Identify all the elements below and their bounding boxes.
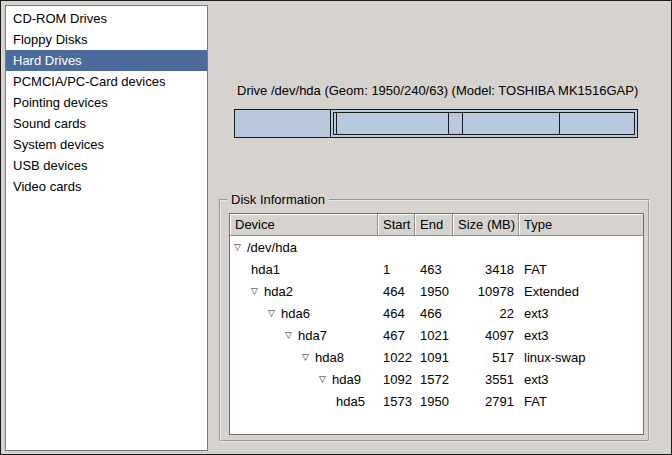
device-name: hda1 (251, 262, 280, 277)
device-category-list: CD-ROM Drives Floppy Disks Hard Drives P… (5, 5, 208, 451)
column-header-start[interactable]: Start (378, 214, 415, 236)
partition-segment-hda5 (560, 113, 634, 134)
type-cell: ext3 (519, 324, 643, 346)
sidebar-item-video-cards[interactable]: Video cards (6, 176, 207, 197)
partition-segment-hda9 (463, 113, 560, 134)
type-cell: Extended (519, 280, 643, 302)
sidebar-item-usb-devices[interactable]: USB devices (6, 155, 207, 176)
partition-bar (234, 109, 638, 138)
expander-open-icon[interactable]: ▽ (234, 236, 247, 258)
device-name: hda9 (332, 372, 361, 387)
table-row-hda8[interactable]: ▽ hda8 1022 1091 517 linux-swap (230, 346, 643, 368)
column-header-size[interactable]: Size (MB) (453, 214, 519, 236)
size-cell: 3418 (453, 258, 519, 280)
type-cell: FAT (519, 390, 643, 412)
device-name: hda8 (315, 350, 344, 365)
disk-information-frame-label: Disk Information (227, 192, 329, 208)
disk-information-frame: Disk Information Device Start End Size (… (219, 199, 650, 442)
end-cell: 1950 (415, 280, 453, 302)
type-cell (519, 236, 643, 258)
device-name: hda5 (336, 394, 365, 409)
device-name: hda6 (281, 306, 310, 321)
column-header-end[interactable]: End (415, 214, 453, 236)
start-cell: 1092 (378, 368, 415, 390)
disk-information-table: Device Start End Size (MB) Type ▽ /dev/h… (229, 213, 644, 435)
sidebar-item-pcmcia-devices[interactable]: PCMCIA/PC-Card devices (6, 71, 207, 92)
hardware-browser-window: CD-ROM Drives Floppy Disks Hard Drives P… (0, 0, 672, 455)
table-row-hda9[interactable]: ▽ hda9 1092 1572 3551 ext3 (230, 368, 643, 390)
table-row-hda5[interactable]: hda5 1573 1950 2791 FAT (230, 390, 643, 412)
size-cell: 3551 (453, 368, 519, 390)
table-row-hda7[interactable]: ▽ hda7 467 1021 4097 ext3 (230, 324, 643, 346)
expander-open-icon[interactable]: ▽ (268, 302, 281, 324)
start-cell: 464 (378, 280, 415, 302)
type-cell: ext3 (519, 302, 643, 324)
partition-segment-hda7 (337, 113, 449, 134)
type-cell: ext3 (519, 368, 643, 390)
size-cell: 2791 (453, 390, 519, 412)
size-cell: 22 (453, 302, 519, 324)
column-header-type[interactable]: Type (519, 214, 643, 236)
size-cell: 517 (453, 346, 519, 368)
type-cell: FAT (519, 258, 643, 280)
start-cell: 1022 (378, 346, 415, 368)
end-cell: 1950 (415, 390, 453, 412)
end-cell: 463 (415, 258, 453, 280)
expander-open-icon[interactable]: ▽ (302, 346, 315, 368)
device-name: hda7 (298, 328, 327, 343)
sidebar-item-floppy-disks[interactable]: Floppy Disks (6, 29, 207, 50)
sidebar-item-cdrom-drives[interactable]: CD-ROM Drives (6, 8, 207, 29)
end-cell: 1091 (415, 346, 453, 368)
drive-info-label: Drive /dev/hda (Geom: 1950/240/63) (Mode… (237, 83, 638, 98)
partition-segment-hda2-extended (331, 110, 637, 137)
partition-segment-hda8 (449, 113, 463, 134)
type-cell: linux-swap (519, 346, 643, 368)
extended-partition-container (333, 112, 635, 135)
start-cell: 467 (378, 324, 415, 346)
start-cell (378, 236, 415, 258)
end-cell: 466 (415, 302, 453, 324)
expander-open-icon[interactable]: ▽ (319, 368, 332, 390)
sidebar-item-hard-drives[interactable]: Hard Drives (6, 50, 207, 71)
device-name: /dev/hda (247, 240, 297, 255)
end-cell (415, 236, 453, 258)
column-header-device[interactable]: Device (230, 214, 378, 236)
end-cell: 1572 (415, 368, 453, 390)
expander-open-icon[interactable]: ▽ (251, 280, 264, 302)
table-row-hda6[interactable]: ▽ hda6 464 466 22 ext3 (230, 302, 643, 324)
size-cell (453, 236, 519, 258)
expander-open-icon[interactable]: ▽ (285, 324, 298, 346)
table-row-hda2[interactable]: ▽ hda2 464 1950 10978 Extended (230, 280, 643, 302)
sidebar-item-pointing-devices[interactable]: Pointing devices (6, 92, 207, 113)
sidebar-item-system-devices[interactable]: System devices (6, 134, 207, 155)
table-row-dev-hda[interactable]: ▽ /dev/hda (230, 236, 643, 258)
start-cell: 464 (378, 302, 415, 324)
device-name: hda2 (264, 284, 293, 299)
start-cell: 1573 (378, 390, 415, 412)
table-header-row: Device Start End Size (MB) Type (230, 214, 643, 236)
sidebar-item-sound-cards[interactable]: Sound cards (6, 113, 207, 134)
partition-segment-hda1 (235, 110, 331, 137)
size-cell: 4097 (453, 324, 519, 346)
start-cell: 1 (378, 258, 415, 280)
end-cell: 1021 (415, 324, 453, 346)
size-cell: 10978 (453, 280, 519, 302)
table-row-hda1[interactable]: hda1 1 463 3418 FAT (230, 258, 643, 280)
